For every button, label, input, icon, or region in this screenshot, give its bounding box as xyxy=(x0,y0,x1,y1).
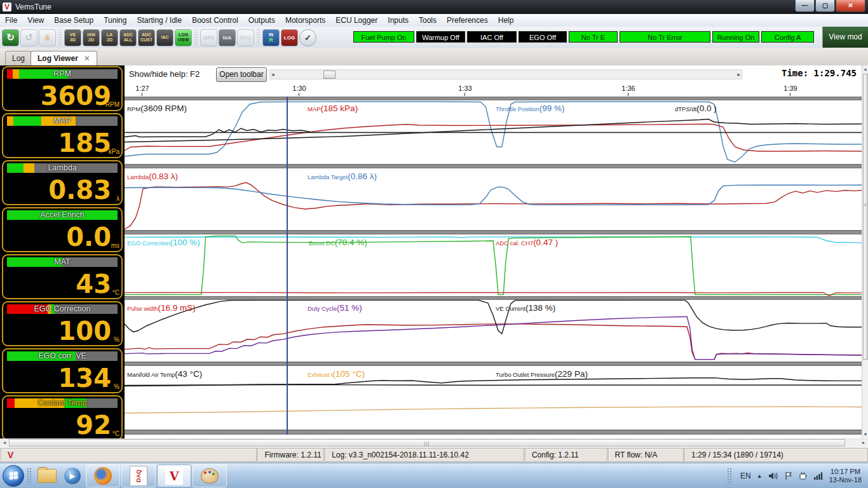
signal-label-throttle-position: Throttle Position(99 %) xyxy=(496,102,564,114)
menu-item-motorsports[interactable]: Motorsports xyxy=(280,15,330,26)
menu-item-inputs[interactable]: Inputs xyxy=(383,15,414,26)
horizontal-scroll-thumb[interactable]: ||| xyxy=(9,439,845,447)
log-chart-area[interactable]: Show/hide help: F2 Open toolbar ◂ ▸ Time… xyxy=(125,65,862,438)
horizontal-scrollbar[interactable]: ◂ ||| ▸ xyxy=(0,438,868,447)
ign-2d-button[interactable]: IGN2D xyxy=(83,29,100,46)
maximize-button[interactable]: ▢ xyxy=(815,0,835,12)
menu-item-outputs[interactable]: Outputs xyxy=(243,15,280,26)
gauge-title: MAP xyxy=(7,116,118,126)
chart-row-1[interactable]: RPM(3609 RPM)MAP(185 kPa)Throttle Positi… xyxy=(125,100,862,164)
log-button[interactable]: LOG xyxy=(281,29,298,46)
gauge-value: 134 xyxy=(58,364,112,392)
language-indicator[interactable]: EN xyxy=(740,471,751,480)
device-connect-button[interactable]: ↻ xyxy=(2,29,19,46)
chart-row-3[interactable]: EGO Correction(100 %)Boost DC(78.4 %)ADC… xyxy=(125,234,862,296)
menu-item-ecu-logger[interactable]: ECU Logger xyxy=(330,15,383,26)
windows-taskbar: ▶DAQV EN ▲ 10:17 PM 13-Nov-18 xyxy=(0,463,868,488)
menu-item-tuning[interactable]: Tuning xyxy=(98,15,132,26)
gauge-unit: % xyxy=(114,383,119,390)
la-2d-button[interactable]: LA2D xyxy=(101,29,118,46)
tick-label: 1:33 xyxy=(456,85,475,92)
device-disconnect-button[interactable]: ↺ xyxy=(20,29,37,46)
scroll-grip-icon: ≡ xyxy=(862,202,868,208)
open-toolbar-button[interactable]: Open toolbar xyxy=(216,67,267,82)
slider-right-arrow-icon[interactable]: ▸ xyxy=(737,70,740,79)
ecu-button[interactable]: ECU xyxy=(237,29,254,46)
iac-button[interactable]: IAC xyxy=(156,29,173,46)
menu-item-help[interactable]: Help xyxy=(493,15,519,26)
chart-row-4[interactable]: Pulse width(16.9 mS)Duty Cycle(51 %)VE C… xyxy=(125,300,862,362)
in-r-button[interactable]: INR xyxy=(262,29,280,46)
adc-cust-button[interactable]: ADCCUST xyxy=(138,29,155,46)
status-no-tr-e[interactable]: No Tr E xyxy=(569,31,618,43)
signal-label-rpm: RPM(3609 RPM) xyxy=(127,102,187,114)
vertical-scrollbar[interactable]: ▲ ≡ ▼ xyxy=(862,65,868,438)
scroll-up-icon[interactable]: ▲ xyxy=(862,65,868,73)
row-separator-5 xyxy=(125,430,862,435)
close-button[interactable]: ✕ xyxy=(836,0,865,12)
burn-button[interactable] xyxy=(39,29,56,46)
log-position-slider[interactable]: ◂ ▸ xyxy=(269,69,742,79)
taskbar-firefox-button[interactable] xyxy=(86,464,120,487)
adc-all-button[interactable]: ADCALL xyxy=(119,29,137,46)
tab-log[interactable]: Log xyxy=(5,51,32,65)
chart-row-5[interactable]: Manifold Air Temp(43 °C)Exhaust t(105 °C… xyxy=(125,366,862,430)
status-fuel-pump-on[interactable]: Fuel Pump On xyxy=(353,31,414,43)
tab-log-viewer[interactable]: Log Viewer✕ xyxy=(31,51,97,66)
na-button[interactable]: N/A xyxy=(219,29,236,46)
status-ego-off[interactable]: EGO Off xyxy=(519,31,567,43)
chart-row-2[interactable]: Lambda(0.83 λ)Lambda Target(0.86 λ) xyxy=(125,168,862,230)
menu-item-preferences[interactable]: Preferences xyxy=(442,15,493,26)
tab-label: Log xyxy=(12,54,25,63)
taskbar-paint-button[interactable] xyxy=(193,464,227,487)
menu-item-boost-control[interactable]: Boost Control xyxy=(187,15,243,26)
menu-item-starting-idle[interactable]: Starting / Idle xyxy=(132,15,187,26)
gps-button[interactable]: GPS xyxy=(200,29,217,46)
vertical-scroll-thumb[interactable] xyxy=(863,74,868,360)
signal-label-ego-correction: EGO Correction(100 %) xyxy=(127,236,200,248)
log-view-button[interactable]: LOGVIEW xyxy=(175,29,192,46)
scroll-right-icon[interactable]: ▸ xyxy=(859,439,868,447)
gauge-unit: ms xyxy=(111,242,119,249)
signal-name: Exhaust t xyxy=(308,371,333,378)
taskbar-windows-media-player-button[interactable]: ▶ xyxy=(62,465,83,487)
action-center-flag-icon[interactable] xyxy=(784,471,793,480)
taskbar-vemstune-button[interactable]: V xyxy=(157,464,191,487)
status-no-tr-error[interactable]: No Tr Error xyxy=(620,31,710,43)
volume-icon[interactable] xyxy=(768,471,778,480)
status-running-on[interactable]: Running On xyxy=(712,31,759,43)
gauge-title: MAT xyxy=(7,257,118,267)
status-warmup-off[interactable]: Warmup Off xyxy=(416,31,465,43)
show-hidden-icons-icon[interactable]: ▲ xyxy=(757,473,763,479)
view-mode-button[interactable]: View mod xyxy=(822,27,868,48)
status-config-a[interactable]: Config A xyxy=(761,31,814,43)
start-button[interactable] xyxy=(3,465,24,487)
statusbar-vems-logo-icon: V xyxy=(8,450,13,460)
power-plug-icon[interactable] xyxy=(799,471,808,480)
gauge-unit: °C xyxy=(112,289,119,296)
gauge-value: 92 xyxy=(76,411,111,439)
menu-item-view[interactable]: View xyxy=(22,15,49,26)
menu-item-file[interactable]: File xyxy=(0,15,22,26)
signal-label-adc-cal-ch7: ADC cal. CH7(0.47 ) xyxy=(496,236,558,248)
validate-button[interactable]: ✓ xyxy=(299,29,316,46)
tab-close-icon[interactable]: ✕ xyxy=(84,54,90,63)
tick-label: 1:39 xyxy=(781,85,800,92)
taskbar-clock[interactable]: 10:17 PM 13-Nov-18 xyxy=(829,468,862,484)
signal-value: (0.83 λ) xyxy=(149,172,178,181)
signal-name: Manifold Air Temp xyxy=(127,371,175,378)
menu-item-tools[interactable]: Tools xyxy=(414,15,442,26)
scroll-down-icon[interactable]: ▼ xyxy=(862,431,868,438)
network-signal-icon[interactable] xyxy=(813,471,824,480)
slider-left-arrow-icon[interactable]: ◂ xyxy=(271,70,275,79)
row-separator-1 xyxy=(125,164,862,168)
menu-item-base-setup[interactable]: Base Setup xyxy=(49,15,98,26)
media-player-icon: ▶ xyxy=(64,468,81,484)
taskbar-daq-button[interactable]: DAQ xyxy=(121,464,156,487)
scroll-left-icon[interactable]: ◂ xyxy=(0,439,9,447)
taskbar-windows-explorer-button[interactable] xyxy=(36,465,58,487)
ve-3d-button[interactable]: VE3D xyxy=(64,29,81,46)
minimize-button[interactable]: — xyxy=(795,0,815,12)
slider-thumb[interactable] xyxy=(323,71,336,79)
status-iac-off[interactable]: IAC Off xyxy=(467,31,517,43)
